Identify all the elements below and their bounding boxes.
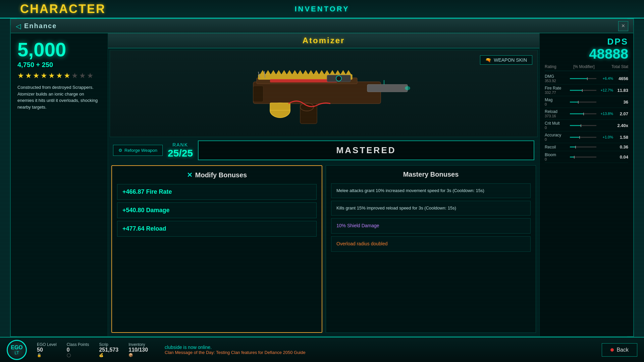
mastered-box: MASTERED (198, 140, 534, 160)
stars-row: ★★★★★★★★★★ (17, 71, 101, 80)
stat-name: Recoil (545, 145, 570, 149)
stat-bar (570, 113, 596, 114)
stat-bar-needle (574, 156, 575, 159)
stat-modifier: +12.7% (598, 88, 613, 92)
bottom-class-points: Class Points 0 ◯ (67, 342, 89, 357)
character-tab[interactable]: CHARACTER (0, 2, 106, 16)
stats-header: Rating [% Modifier] Total Stat (545, 64, 628, 71)
stat-base: 0 (545, 102, 570, 106)
inventory-value: 110/130 (128, 347, 148, 353)
stat-row: Crit Mult 0 2.40x (545, 120, 628, 131)
mastery-bonus-item: Kills grant 15% improved reload speed fo… (331, 201, 531, 216)
modify-bonuses-header: ✕ Modify Bonuses (117, 171, 317, 179)
modify-bonus-item: +540.80 Damage (117, 202, 317, 218)
stat-total: 0.36 (613, 144, 628, 149)
stat-bar-fill (570, 146, 575, 147)
svg-rect-0 (253, 82, 381, 104)
ego-score: 5,000 (17, 40, 101, 59)
stat-total: 0.04 (613, 155, 628, 160)
modify-bonus-item: +477.64 Reload (117, 221, 317, 237)
ego-lt-text: LT (14, 351, 19, 355)
stat-bar-needle (583, 113, 584, 115)
modify-items-list: +466.87 Fire Rate+540.80 Damage+477.64 R… (117, 184, 317, 237)
inventory-icon: 📦 (128, 353, 148, 357)
stat-bar (570, 157, 596, 158)
stat-bar-needle (578, 101, 579, 104)
stat-modifier-col (570, 102, 613, 103)
stat-name: Mag (545, 98, 570, 102)
stat-name: Crit Mult (545, 121, 570, 126)
weapon-description: Constructed from destroyed Scrappers. At… (17, 84, 101, 110)
stat-name-col: Crit Mult 0 (545, 121, 570, 130)
weapon-skin-badge: 🔫 WEAPON SKIN (480, 55, 532, 65)
bottom-ego-level: EGO Level 50 🔒 (37, 342, 57, 357)
stat-modifier-col (570, 146, 613, 147)
stat-bar-fill (570, 125, 581, 126)
stat-modifier-col: +13.8% (570, 112, 613, 116)
stat-name-col: Accuracy 0 (545, 133, 570, 141)
stat-modifier: +6.4% (598, 76, 613, 80)
stat-bar (570, 137, 596, 138)
main-area: ◁ Enhance × 5,000 4,750 + 250 ★★★★★★★★★★… (10, 18, 634, 337)
stat-modifier-col (570, 125, 613, 126)
center-panel: Atomizer 🔫 WEAPON SKIN (108, 33, 539, 336)
modify-bonus-item: +466.87 Fire Rate (117, 184, 317, 200)
stat-base: 353.92 (545, 79, 570, 83)
back-arrow-icon[interactable]: ◁ (16, 22, 21, 30)
stat-bar-fill (570, 157, 574, 158)
stat-row: DMG 353.92 +6.4% 4656 (545, 73, 628, 84)
svg-marker-13 (308, 70, 314, 74)
stat-name-col: Bloom 0 (545, 153, 570, 161)
chat-player-message: clubside is now online. (165, 345, 592, 350)
content-body: 5,000 4,750 + 250 ★★★★★★★★★★ Constructed… (11, 33, 633, 336)
stat-total: 1.58 (613, 135, 628, 140)
modify-bonuses-title: Modify Bonuses (195, 171, 247, 179)
star-filled: ★ (33, 71, 40, 80)
star-filled: ★ (41, 71, 47, 80)
stat-row: Bloom 0 0.04 (545, 151, 628, 163)
enhance-bar: ◁ Enhance × (11, 19, 633, 33)
stat-name: Fire Rate (545, 86, 570, 90)
dps-label: DPS (545, 37, 628, 47)
ego-badge: EGO LT (7, 340, 27, 360)
mastery-bonus-item: Melee attacks grant 10% increased moveme… (331, 183, 531, 198)
back-button[interactable]: Back (602, 343, 637, 357)
scrip-icon: 💰 (99, 353, 118, 357)
svg-marker-7 (276, 70, 281, 74)
mastery-bonus-item: Overload radius doubled (331, 236, 531, 252)
close-button[interactable]: × (618, 21, 628, 31)
stat-modifier-col: +1.0% (570, 135, 613, 139)
star-filled: ★ (25, 71, 32, 80)
weapon-name-bar: Atomizer (108, 33, 539, 48)
svg-marker-19 (340, 70, 346, 74)
weapon-image-area: 🔫 WEAPON SKIN (110, 50, 538, 137)
stat-name-col: Fire Rate 332.77 (545, 86, 570, 95)
inventory-tab[interactable]: INVENTORY (294, 5, 349, 13)
stat-bar-needle (582, 89, 583, 92)
svg-marker-6 (271, 70, 276, 74)
stat-bar (570, 78, 596, 79)
stat-modifier-col (570, 157, 613, 158)
bottom-bar: EGO LT EGO Level 50 🔒 Class Points 0 ◯ S… (0, 337, 644, 362)
stat-bar (570, 146, 596, 147)
chat-clan-message: Clan Message of the Day: Testing Clan fe… (165, 350, 592, 355)
stat-bar-fill (570, 137, 579, 138)
stat-modifier: +1.0% (598, 135, 613, 139)
weapon-name: Atomizer (115, 36, 533, 45)
ego-badge-text: EGO (11, 345, 23, 351)
reforge-weapon-button[interactable]: ⚙ Reforge Weapon (113, 145, 163, 156)
stat-base: 0 (545, 126, 570, 130)
stat-total: 2.07 (613, 111, 628, 116)
stats-total-header: Total Stat (611, 64, 628, 69)
chat-area: clubside is now online. Clan Message of … (158, 345, 592, 355)
class-points-icon: ◯ (67, 353, 89, 357)
rank-mastered-row: ⚙ Reforge Weapon RANK 25/25 MASTERED (108, 139, 539, 162)
stat-name: DMG (545, 74, 570, 79)
ego-level-value: 50 (37, 347, 57, 353)
left-panel: 5,000 4,750 + 250 ★★★★★★★★★★ Constructed… (11, 33, 108, 336)
back-button-label: Back (616, 347, 629, 353)
star-empty: ★ (87, 71, 94, 80)
stat-base: 0 (545, 157, 570, 161)
stat-bar-fill (570, 78, 587, 79)
weapon-illustration (226, 55, 421, 132)
